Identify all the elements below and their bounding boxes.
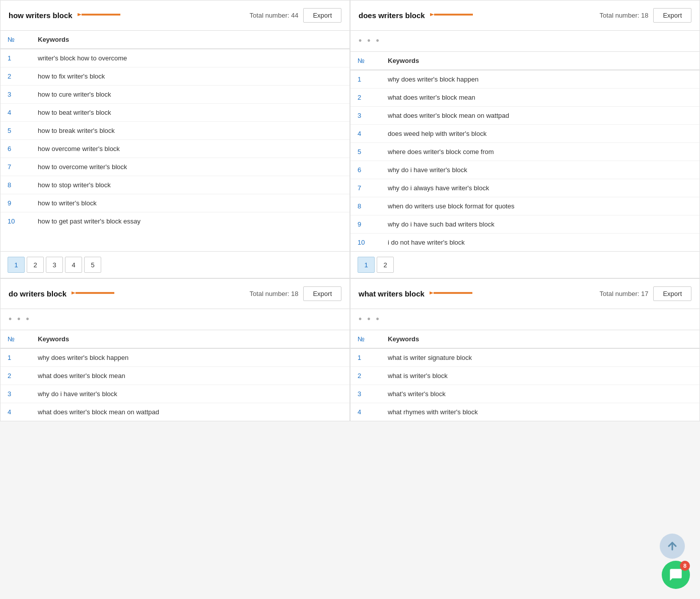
row-keyword-how-writers-block-1: how to fix writer's block xyxy=(31,67,349,86)
row-keyword-does-writers-block-0: why does writer's block happen xyxy=(381,70,699,89)
export-button-what-writers-block[interactable]: Export xyxy=(653,286,691,301)
total-label-how-writers-block: Total number: 44 xyxy=(250,12,299,19)
row-num-how-writers-block-2: 3 xyxy=(1,86,31,104)
export-button-does-writers-block[interactable]: Export xyxy=(653,8,691,23)
row-keyword-does-writers-block-1: what does writer's block mean xyxy=(381,89,699,107)
row-num-how-writers-block-3: 4 xyxy=(1,104,31,122)
row-keyword-do-writers-block-2: why do i have writer's block xyxy=(31,385,349,403)
page-btn-how-writers-block-2[interactable]: 3 xyxy=(46,257,63,273)
table-row: 3what does writer's block mean on wattpa… xyxy=(351,107,699,125)
row-num-how-writers-block-9: 10 xyxy=(1,212,31,231)
table-row: 5how to break writer's block xyxy=(1,122,349,140)
page-btn-how-writers-block-0[interactable]: 1 xyxy=(8,257,25,273)
row-keyword-how-writers-block-9: how to get past writer's block essay xyxy=(31,212,349,231)
row-keyword-how-writers-block-6: how to overcome writer's block xyxy=(31,158,349,176)
panel-title-does-writers-block: does writers block xyxy=(359,11,425,20)
table-row: 10how to get past writer's block essay xyxy=(1,212,349,231)
row-num-do-writers-block-0: 1 xyxy=(1,348,31,367)
total-label-do-writers-block: Total number: 18 xyxy=(250,290,299,297)
panel-how-writers-block: how writers block Total number: 44Export… xyxy=(0,0,350,278)
table-row: 4what rhymes with writer's block xyxy=(351,403,699,421)
row-keyword-how-writers-block-4: how to break writer's block xyxy=(31,122,349,140)
panel-what-writers-block: what writers block Total number: 17Expor… xyxy=(350,278,700,421)
page-btn-does-writers-block-0[interactable]: 1 xyxy=(358,257,375,273)
table-row: 3how to cure writer's block xyxy=(1,86,349,104)
row-keyword-does-writers-block-3: does weed help with writer's block xyxy=(381,125,699,143)
row-num-how-writers-block-6: 7 xyxy=(1,158,31,176)
row-num-does-writers-block-2: 3 xyxy=(351,107,381,125)
table-how-writers-block: №Keywords1writer's block how to overcome… xyxy=(1,31,349,230)
chat-button[interactable]: 8 xyxy=(662,561,690,589)
table-row: 5where does writer's block come from xyxy=(351,143,699,161)
row-keyword-how-writers-block-8: how to writer's block xyxy=(31,194,349,212)
row-num-does-writers-block-9: 10 xyxy=(351,234,381,252)
row-num-what-writers-block-0: 1 xyxy=(351,348,381,367)
col-num-does-writers-block: № xyxy=(351,52,381,70)
row-keyword-how-writers-block-7: how to stop writer's block xyxy=(31,176,349,194)
row-num-does-writers-block-5: 6 xyxy=(351,161,381,179)
table-row: 3why do i have writer's block xyxy=(1,385,349,403)
row-keyword-how-writers-block-5: how overcome writer's block xyxy=(31,140,349,158)
panel-does-writers-block: does writers block Total number: 18Expor… xyxy=(350,0,700,278)
export-button-do-writers-block[interactable]: Export xyxy=(303,286,341,301)
row-keyword-does-writers-block-4: where does writer's block come from xyxy=(381,143,699,161)
table-container-what-writers-block: №Keywords1what is writer signature block… xyxy=(351,330,699,421)
row-num-do-writers-block-2: 3 xyxy=(1,385,31,403)
table-row: 3what's writer's block xyxy=(351,385,699,403)
row-num-what-writers-block-2: 3 xyxy=(351,385,381,403)
row-keyword-does-writers-block-2: what does writer's block mean on wattpad xyxy=(381,107,699,125)
col-num-do-writers-block: № xyxy=(1,330,31,348)
dots-row-does-writers-block: • • • xyxy=(351,31,699,52)
row-num-does-writers-block-3: 4 xyxy=(351,125,381,143)
page-btn-how-writers-block-4[interactable]: 5 xyxy=(84,257,101,273)
table-row: 4how to beat writer's block xyxy=(1,104,349,122)
row-num-what-writers-block-1: 2 xyxy=(351,367,381,385)
page-btn-how-writers-block-1[interactable]: 2 xyxy=(27,257,44,273)
main-grid: how writers block Total number: 44Export… xyxy=(0,0,700,421)
row-num-does-writers-block-0: 1 xyxy=(351,70,381,89)
row-keyword-do-writers-block-0: why does writer's block happen xyxy=(31,348,349,367)
panel-header-how-writers-block: how writers block Total number: 44Export xyxy=(1,1,349,31)
row-num-how-writers-block-1: 2 xyxy=(1,67,31,86)
table-row: 2what is writer's block xyxy=(351,367,699,385)
export-button-how-writers-block[interactable]: Export xyxy=(303,8,341,23)
dots-row-what-writers-block: • • • xyxy=(351,309,699,330)
table-row: 1writer's block how to overcome xyxy=(1,49,349,67)
row-num-how-writers-block-0: 1 xyxy=(1,49,31,67)
row-keyword-do-writers-block-3: what does writer's block mean on wattpad xyxy=(31,403,349,421)
scroll-up-button[interactable] xyxy=(660,534,685,559)
row-keyword-does-writers-block-5: why do i have writer's block xyxy=(381,161,699,179)
col-keywords-what-writers-block: Keywords xyxy=(381,330,699,348)
panel-header-does-writers-block: does writers block Total number: 18Expor… xyxy=(351,1,699,31)
row-keyword-how-writers-block-0: writer's block how to overcome xyxy=(31,49,349,67)
row-num-how-writers-block-8: 9 xyxy=(1,194,31,212)
row-keyword-how-writers-block-2: how to cure writer's block xyxy=(31,86,349,104)
row-keyword-what-writers-block-2: what's writer's block xyxy=(381,385,699,403)
row-num-does-writers-block-1: 2 xyxy=(351,89,381,107)
page-btn-does-writers-block-1[interactable]: 2 xyxy=(377,257,394,273)
panel-title-what-writers-block: what writers block xyxy=(359,289,425,298)
panel-title-how-writers-block: how writers block xyxy=(9,11,73,20)
row-keyword-do-writers-block-1: what does writer's block mean xyxy=(31,367,349,385)
row-keyword-what-writers-block-3: what rhymes with writer's block xyxy=(381,403,699,421)
row-keyword-how-writers-block-3: how to beat writer's block xyxy=(31,104,349,122)
table-row: 1why does writer's block happen xyxy=(1,348,349,367)
arrow-icon-how-writers-block xyxy=(78,8,123,23)
row-num-how-writers-block-4: 5 xyxy=(1,122,31,140)
page-btn-how-writers-block-3[interactable]: 4 xyxy=(65,257,82,273)
panel-title-do-writers-block: do writers block xyxy=(9,289,66,298)
table-row: 6why do i have writer's block xyxy=(351,161,699,179)
table-row: 1why does writer's block happen xyxy=(351,70,699,89)
row-num-does-writers-block-7: 8 xyxy=(351,197,381,215)
chat-badge: 8 xyxy=(680,561,690,571)
col-keywords-do-writers-block: Keywords xyxy=(31,330,349,348)
table-row: 8how to stop writer's block xyxy=(1,176,349,194)
row-num-what-writers-block-3: 4 xyxy=(351,403,381,421)
table-container-how-writers-block: №Keywords1writer's block how to overcome… xyxy=(1,31,349,251)
row-num-how-writers-block-5: 6 xyxy=(1,140,31,158)
table-row: 2what does writer's block mean xyxy=(351,89,699,107)
table-row: 1what is writer signature block xyxy=(351,348,699,367)
table-row: 6how overcome writer's block xyxy=(1,140,349,158)
table-row: 4what does writer's block mean on wattpa… xyxy=(1,403,349,421)
table-row: 7why do i always have writer's block xyxy=(351,179,699,197)
